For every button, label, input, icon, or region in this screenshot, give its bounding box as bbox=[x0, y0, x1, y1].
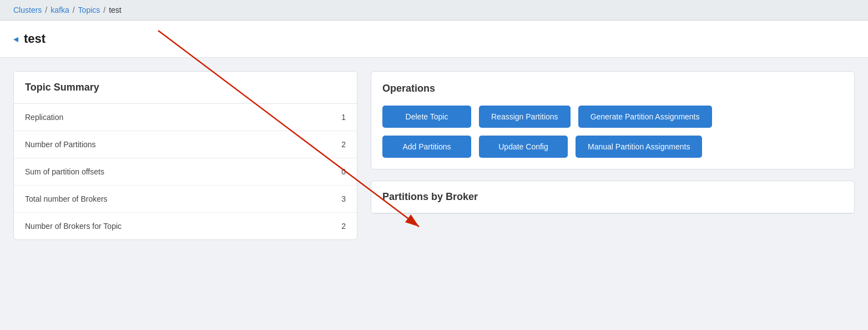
table-row: Number of Partitions 2 bbox=[14, 131, 357, 158]
topic-summary-title: Topic Summary bbox=[14, 72, 357, 104]
table-row: Total number of Brokers 3 bbox=[14, 186, 357, 213]
reassign-partitions-button[interactable]: Reassign Partitions bbox=[479, 106, 571, 128]
breadcrumb-clusters[interactable]: Clusters bbox=[13, 6, 42, 14]
summary-value: 2 bbox=[341, 222, 346, 231]
delete-topic-button[interactable]: Delete Topic bbox=[382, 106, 471, 128]
summary-value: 2 bbox=[341, 140, 346, 149]
content-area: Topic Summary Replication 1 Number of Pa… bbox=[0, 58, 868, 330]
update-config-button[interactable]: Update Config bbox=[479, 136, 568, 158]
breadcrumb-sep-3: / bbox=[103, 6, 105, 14]
summary-rows: Replication 1 Number of Partitions 2 Sum… bbox=[14, 104, 357, 239]
back-arrow-icon[interactable]: ◂ bbox=[13, 33, 18, 45]
manual-partition-assignments-button[interactable]: Manual Partition Assignments bbox=[576, 136, 702, 158]
breadcrumb-topics[interactable]: Topics bbox=[78, 6, 100, 14]
partitions-by-broker-card: Partitions by Broker bbox=[371, 181, 855, 214]
page-header: ◂ test bbox=[0, 21, 868, 58]
right-panel: Operations Delete Topic Reassign Partiti… bbox=[371, 71, 855, 319]
operations-button-grid: Delete Topic Reassign Partitions Generat… bbox=[382, 106, 843, 158]
breadcrumb-test: test bbox=[109, 6, 122, 14]
breadcrumb: Clusters / kafka / Topics / test bbox=[13, 6, 855, 14]
generate-partition-assignments-button[interactable]: Generate Partition Assignments bbox=[578, 106, 712, 128]
summary-value: 1 bbox=[341, 113, 346, 122]
topic-summary-card: Topic Summary Replication 1 Number of Pa… bbox=[13, 71, 357, 240]
operations-title: Operations bbox=[382, 83, 843, 94]
summary-label: Total number of Brokers bbox=[25, 194, 108, 203]
breadcrumb-kafka[interactable]: kafka bbox=[51, 6, 69, 14]
summary-label: Number of Brokers for Topic bbox=[25, 222, 122, 231]
summary-value: 3 bbox=[341, 194, 346, 203]
summary-label: Number of Partitions bbox=[25, 140, 96, 149]
table-row: Sum of partition offsets 0 bbox=[14, 158, 357, 186]
summary-label: Sum of partition offsets bbox=[25, 167, 104, 176]
breadcrumb-sep-1: / bbox=[45, 6, 47, 14]
operations-row-1: Delete Topic Reassign Partitions Generat… bbox=[382, 106, 843, 128]
left-panel: Topic Summary Replication 1 Number of Pa… bbox=[13, 71, 357, 319]
add-partitions-button[interactable]: Add Partitions bbox=[382, 136, 471, 158]
operations-card: Operations Delete Topic Reassign Partiti… bbox=[371, 71, 855, 169]
partitions-by-broker-title: Partitions by Broker bbox=[371, 181, 854, 213]
table-row: Number of Brokers for Topic 2 bbox=[14, 213, 357, 239]
summary-label: Replication bbox=[25, 113, 63, 122]
summary-value: 0 bbox=[341, 167, 346, 176]
table-row: Replication 1 bbox=[14, 104, 357, 131]
breadcrumb-bar: Clusters / kafka / Topics / test bbox=[0, 0, 868, 21]
operations-row-2: Add Partitions Update Config Manual Part… bbox=[382, 136, 843, 158]
breadcrumb-sep-2: / bbox=[73, 6, 75, 14]
page-title: test bbox=[24, 32, 46, 46]
